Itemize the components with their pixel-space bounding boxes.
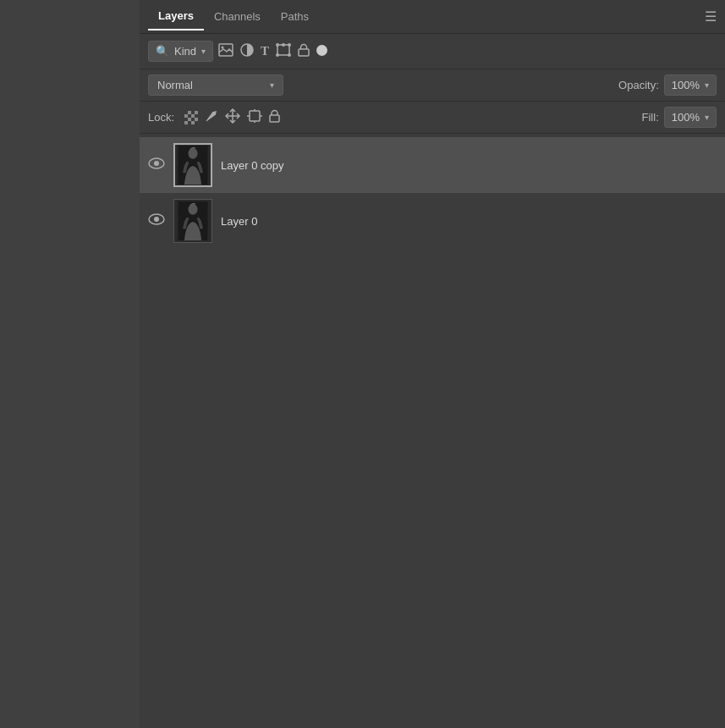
opacity-group: Opacity: 100% ▾ xyxy=(618,74,717,96)
tab-layers[interactable]: Layers xyxy=(148,3,204,30)
svg-point-5 xyxy=(276,43,279,47)
svg-point-7 xyxy=(276,53,279,57)
kind-arrow: ▾ xyxy=(201,47,206,56)
opacity-arrow: ▾ xyxy=(705,80,709,90)
svg-point-8 xyxy=(288,53,291,57)
layers-panel: Layers Channels Paths ☰ 🔍 Kind ▾ xyxy=(140,0,725,728)
filter-icons: T xyxy=(218,43,327,60)
search-icon: 🔍 xyxy=(156,45,169,58)
visibility-eye-icon[interactable] xyxy=(148,212,165,229)
filter-row: 🔍 Kind ▾ T xyxy=(140,34,725,69)
panel-menu-icon[interactable]: ☰ xyxy=(705,8,717,25)
lock-label: Lock: xyxy=(148,111,174,124)
lock-move-icon[interactable] xyxy=(225,108,240,126)
pixel-filter-icon[interactable] xyxy=(316,44,327,59)
tab-paths[interactable]: Paths xyxy=(271,3,319,30)
fill-value: 100% xyxy=(672,111,700,124)
layer-name: Layer 0 xyxy=(221,215,257,228)
opacity-value: 100% xyxy=(672,79,700,91)
layer-thumbnail xyxy=(173,143,212,187)
opacity-dropdown[interactable]: 100% ▾ xyxy=(664,74,717,96)
layer-item[interactable]: Layer 0 xyxy=(140,193,725,249)
lock-row: Lock: xyxy=(140,102,725,134)
layer-thumbnail xyxy=(173,199,212,243)
svg-point-1 xyxy=(222,46,224,48)
visibility-eye-icon[interactable] xyxy=(148,157,165,174)
lock-brush-icon[interactable] xyxy=(205,109,218,125)
opacity-label: Opacity: xyxy=(618,79,659,91)
svg-rect-12 xyxy=(250,111,260,121)
blend-mode-label: Normal xyxy=(157,79,193,91)
blend-arrow: ▾ xyxy=(270,80,274,90)
fill-dropdown[interactable]: 100% ▾ xyxy=(664,107,717,128)
blend-mode-dropdown[interactable]: Normal ▾ xyxy=(148,74,283,96)
lock-pixels-icon[interactable] xyxy=(184,111,198,124)
kind-label: Kind xyxy=(174,45,196,58)
fill-label: Fill: xyxy=(642,111,659,124)
lock-filter-icon[interactable] xyxy=(298,43,310,60)
tab-channels[interactable]: Channels xyxy=(204,3,271,30)
blend-row: Normal ▾ Opacity: 100% ▾ xyxy=(140,69,725,102)
panel-tabs: Layers Channels Paths ☰ xyxy=(140,0,725,34)
svg-rect-17 xyxy=(270,115,279,122)
lock-all-icon[interactable] xyxy=(269,109,280,125)
svg-rect-9 xyxy=(299,49,309,56)
layer-item[interactable]: Layer 0 copy xyxy=(140,137,725,193)
layer-name: Layer 0 copy xyxy=(221,159,283,172)
svg-point-6 xyxy=(288,43,291,47)
text-filter-icon[interactable]: T xyxy=(261,44,269,58)
fill-arrow: ▾ xyxy=(705,113,709,122)
image-filter-icon[interactable] xyxy=(218,43,233,60)
shape-filter-icon[interactable] xyxy=(276,43,291,60)
lock-artboard-icon[interactable] xyxy=(247,109,262,125)
svg-point-25 xyxy=(188,204,197,215)
svg-point-21 xyxy=(188,148,197,159)
adjustment-filter-icon[interactable] xyxy=(240,43,254,60)
kind-dropdown[interactable]: 🔍 Kind ▾ xyxy=(148,41,213,62)
left-sidebar xyxy=(0,0,140,728)
fill-group: Fill: 100% ▾ xyxy=(642,107,717,128)
svg-point-23 xyxy=(154,217,159,222)
svg-point-4 xyxy=(282,43,285,47)
svg-point-19 xyxy=(154,161,159,166)
layers-list: Layer 0 copy Layer 0 xyxy=(140,134,725,728)
